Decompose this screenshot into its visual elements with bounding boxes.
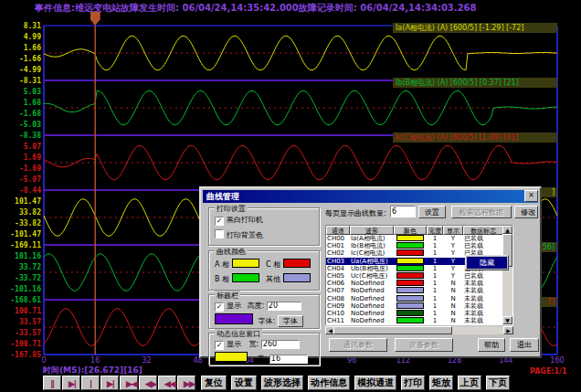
titlebar-show-checkbox[interactable]: ✓ <box>215 302 224 312</box>
vcr-nav-button[interactable]: ◀◀ <box>158 376 176 390</box>
context-menu: 隐藏 <box>465 255 509 270</box>
bw-printer-row[interactable]: ✓黑白打印机 <box>215 215 263 226</box>
table-cell: 1 <box>427 272 443 280</box>
table-cell: 1 <box>427 324 443 325</box>
table-cell: NoDefined <box>350 287 394 294</box>
toolbar-button-8[interactable]: 下页 <box>486 376 510 390</box>
table-row[interactable]: CH06NoDefined1N未装载 <box>326 280 512 287</box>
dyninfo-height-row: 高: <box>215 352 308 364</box>
table-row[interactable]: CH12NoDefined1N未装载 <box>326 324 512 325</box>
x-tick-label: 0 <box>33 356 55 365</box>
vcr-nav-button[interactable]: ||◀ <box>43 376 61 390</box>
table-row[interactable]: CH05Uc(C相电压)1Y已装载 <box>326 272 512 280</box>
toolbar-button-6[interactable]: 矩放 <box>429 376 453 390</box>
vcr-nav-button[interactable]: ▶◀ <box>120 376 138 390</box>
vcr-nav-button[interactable]: ▶▶ <box>177 376 195 390</box>
phase-color-swatch[interactable] <box>232 273 259 282</box>
y-tick-label: 5.03 <box>1 88 41 96</box>
phase-color-label: B 相 <box>215 275 232 283</box>
column-header[interactable]: 数据标志 <box>463 226 503 235</box>
scroll-down-icon[interactable]: ▼ <box>502 316 512 324</box>
titlebar-height-input[interactable] <box>267 302 301 311</box>
column-header[interactable]: 波形 <box>350 226 394 235</box>
table-cell: Ia(A相电流) <box>350 235 394 242</box>
table-cell: 未装载 <box>463 287 503 294</box>
table-row[interactable]: CH00Ia(A相电流)1Y已装载 <box>326 235 512 242</box>
scroll-right-icon[interactable]: ▶ <box>503 326 513 334</box>
y-tick-label: 33.57 <box>1 318 41 326</box>
y-tick-label: -8.38 <box>1 132 41 140</box>
dyninfo-width-input[interactable] <box>261 340 300 349</box>
dyninfo-color-swatch[interactable] <box>215 352 248 362</box>
toolbar-button-5[interactable]: 打印 <box>401 376 425 390</box>
dialog-titlebar[interactable]: 曲线管理 <box>203 190 538 203</box>
column-header[interactable]: 宽度 <box>427 226 443 235</box>
table-row[interactable]: CH09NoDefined1N未装载 <box>326 302 512 310</box>
print-bg-checkbox[interactable] <box>215 229 224 238</box>
phase-color-swatch[interactable] <box>283 259 311 268</box>
table-row[interactable]: CH10NoDefined1N未装载 <box>326 310 512 317</box>
toolbar-button-1[interactable]: 设置 <box>231 376 257 390</box>
print-bg-row[interactable]: 打印背景色 <box>215 229 263 240</box>
dyninfo-height-input[interactable] <box>269 355 308 364</box>
table-cell: 未装载 <box>463 310 503 317</box>
context-menu-item-hide[interactable]: 隐藏 <box>467 257 507 269</box>
titlebar-height-label: 高度: <box>248 302 265 310</box>
table-row[interactable]: CH07NoDefined1N未装载 <box>326 287 512 294</box>
titlebar-font-row: 字体: 字体 <box>215 313 303 327</box>
y-tick-label: -100.71 <box>1 340 41 348</box>
modify-button[interactable]: 修改 <box>514 206 538 218</box>
table-cell: 未装载 <box>463 302 503 310</box>
device-params-button[interactable]: 设备参数 <box>395 338 453 352</box>
toolbar-button-4[interactable]: 模拟通道 <box>354 376 396 390</box>
table-cell: CH08 <box>326 295 350 302</box>
y-tick-label: 1.66 <box>1 44 41 52</box>
vertical-scrollbar[interactable]: ▲ ▼ <box>502 226 512 324</box>
retrieve-remote-data-button[interactable]: 检索远程数据 <box>451 206 512 218</box>
row-color-swatch <box>396 287 424 293</box>
phase-color-swatch[interactable] <box>283 273 311 282</box>
column-header[interactable]: 显示 <box>443 226 463 235</box>
column-header[interactable]: 颜色 <box>394 226 427 235</box>
phase-color-label: A 相 <box>215 260 232 269</box>
bw-printer-checkbox[interactable]: ✓ <box>215 217 224 226</box>
table-cell: Ib(B相电流) <box>350 242 394 249</box>
table-cell: NoDefined <box>350 310 394 317</box>
table-cell: CH12 <box>326 324 350 325</box>
vcr-nav-button[interactable]: ◀▶ <box>139 376 157 390</box>
table-cell <box>394 310 427 317</box>
table-cell: 已装载 <box>463 242 503 249</box>
vcr-nav-button[interactable]: ▶| <box>62 376 80 390</box>
toolbar-button-0[interactable]: 复位 <box>201 376 227 390</box>
y-tick-label: -33.72 <box>1 274 41 282</box>
column-header[interactable]: 通道 <box>326 226 350 235</box>
close-icon[interactable]: × <box>524 190 538 202</box>
table-row[interactable]: CH08NoDefined1N未装载 <box>326 295 512 302</box>
per-page-input[interactable] <box>390 206 416 217</box>
toolbar-button-7[interactable]: 上页 <box>458 376 481 390</box>
y-tick-label: -169.11 <box>1 241 41 249</box>
table-cell: CH05 <box>326 272 350 280</box>
table-cell: CH10 <box>326 310 350 317</box>
horizontal-scrollbar[interactable]: ◀ ▶ <box>325 326 513 334</box>
horizontal-scroll-thumb[interactable] <box>333 326 452 334</box>
vcr-nav-button[interactable]: |◀ <box>81 376 100 390</box>
table-row[interactable]: CH11NoDefined1N未装载 <box>326 317 512 324</box>
table-row[interactable]: CH01Ib(B相电流)1Y已装载 <box>326 242 512 249</box>
table-cell: N <box>443 324 463 325</box>
scroll-up-icon[interactable]: ▲ <box>502 226 512 234</box>
table-cell <box>394 235 427 242</box>
help-button[interactable]: 帮助 <box>478 338 505 352</box>
font-button[interactable]: 字体 <box>278 315 303 327</box>
comm-params-button[interactable]: 通讯参数 <box>329 338 387 352</box>
set-button[interactable]: 设置 <box>418 206 446 218</box>
toolbar-button-3[interactable]: 动作信息 <box>308 376 350 390</box>
toolbar-button-2[interactable]: 波形选择 <box>261 376 303 390</box>
titlebar-color-swatch[interactable] <box>215 313 253 324</box>
phase-color-swatch[interactable] <box>232 259 259 268</box>
exit-button[interactable]: 退出 <box>510 338 539 352</box>
dyninfo-show-checkbox[interactable]: ✓ <box>215 341 224 350</box>
vcr-nav-button[interactable]: ▶| <box>100 376 119 390</box>
table-cell: CH02 <box>326 249 350 257</box>
table-cell: NoDefined <box>350 280 394 287</box>
